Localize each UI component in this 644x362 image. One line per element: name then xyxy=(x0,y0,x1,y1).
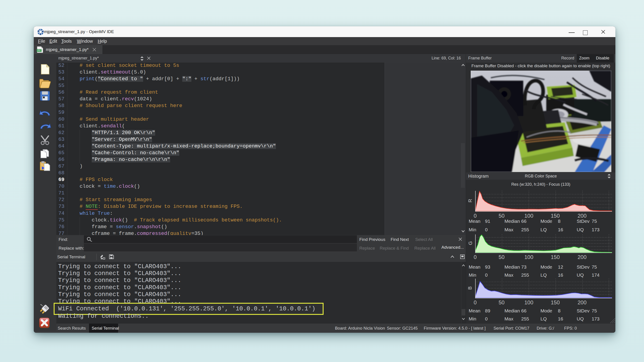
svg-text:PY: PY xyxy=(38,49,41,52)
